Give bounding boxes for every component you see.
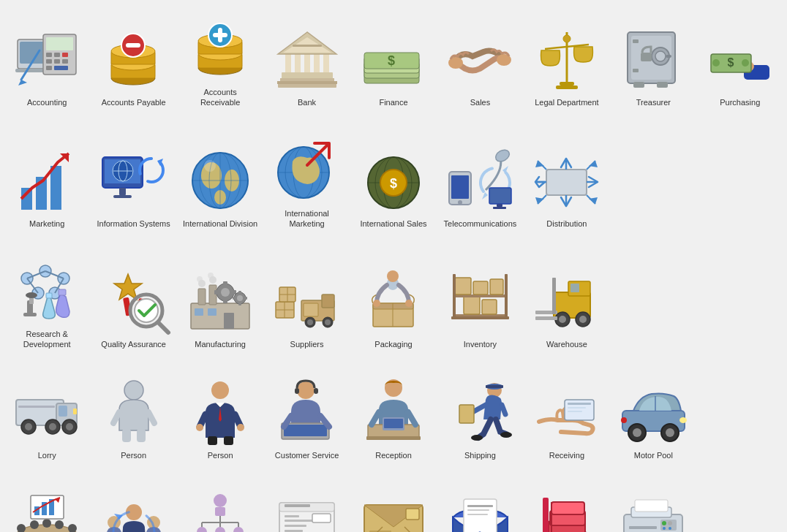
item-quality-assurance[interactable]: Quality Assurance [94, 253, 173, 354]
svg-point-323 [662, 521, 666, 525]
svg-rect-52 [560, 82, 574, 86]
svg-rect-62 [633, 82, 644, 88]
svg-rect-35 [314, 54, 320, 72]
svg-rect-279 [215, 507, 225, 516]
svg-point-219 [49, 423, 56, 430]
item-publications[interactable]: Publications [527, 484, 606, 532]
svg-point-246 [471, 435, 483, 441]
icon-grid: Accounting Accounts Payable [0, 0, 787, 532]
item-personnel-staff[interactable]: Personnel/ Staff [94, 484, 173, 532]
item-intl-sales-label: International Sales [360, 218, 426, 229]
item-sales[interactable]: Sales [440, 11, 519, 112]
item-purchasing[interactable]: $ Purchasing [701, 11, 780, 112]
svg-rect-299 [285, 525, 306, 527]
item-person-silhouette[interactable]: Person [94, 374, 173, 464]
svg-rect-4 [46, 37, 73, 50]
svg-rect-81 [119, 188, 126, 195]
svg-rect-226 [137, 429, 146, 442]
item-person1-label: Person [121, 450, 146, 460]
item-copy-center[interactable]: Copy Center [614, 484, 693, 532]
item-marketing[interactable]: Marketing [7, 132, 86, 233]
svg-point-165 [237, 295, 243, 301]
svg-point-256 [633, 428, 641, 437]
item-international-marketing[interactable]: International Marketing [267, 132, 346, 233]
svg-rect-170 [195, 308, 203, 316]
item-reception[interactable]: Reception [354, 374, 433, 464]
item-manufacturing[interactable]: Manufacturing [181, 253, 260, 354]
item-international-division[interactable]: International Division [181, 132, 260, 233]
item-telecommunications[interactable]: Telecommunications [440, 132, 519, 233]
svg-point-176 [307, 319, 313, 325]
svg-rect-310 [467, 514, 488, 515]
svg-rect-205 [571, 284, 579, 292]
svg-rect-321 [635, 500, 668, 512]
item-research-development[interactable]: Research & Development [7, 253, 86, 354]
item-lorry[interactable]: Lorry [7, 374, 86, 464]
svg-rect-5 [46, 53, 52, 57]
item-international-sales[interactable]: $ International Sales [354, 132, 433, 233]
svg-rect-252 [568, 411, 582, 412]
svg-rect-308 [467, 505, 493, 507]
item-lorry-label: Lorry [38, 450, 56, 460]
item-bank[interactable]: Bank [267, 11, 346, 112]
svg-point-209 [579, 316, 587, 323]
svg-point-229 [196, 424, 203, 431]
item-inventory[interactable]: Inventory [440, 253, 519, 354]
item-mailroom2[interactable]: Mailroom 2 [440, 484, 519, 532]
svg-rect-215 [59, 406, 67, 417]
svg-point-207 [559, 316, 566, 323]
item-shipping[interactable]: Shipping [440, 374, 519, 464]
item-telecom-label: Telecommunications [444, 218, 517, 229]
item-accounts-receivable[interactable]: Accounts Receivable [181, 11, 260, 112]
svg-rect-198 [473, 281, 488, 294]
item-board-of-directors[interactable]: Board of Directors [7, 484, 86, 532]
svg-rect-318 [543, 498, 549, 532]
item-information-systems[interactable]: Information Systems [94, 132, 173, 233]
item-warehouse[interactable]: Warehouse [527, 253, 606, 354]
svg-rect-197 [455, 278, 471, 294]
item-quality-label: Quality Assurance [101, 339, 166, 349]
item-finance[interactable]: $ Finance [354, 11, 433, 112]
item-customer-service[interactable]: Customer Service [267, 374, 346, 464]
item-reception-label: Reception [375, 450, 412, 460]
item-accounts-payable[interactable]: Accounts Payable [94, 11, 173, 112]
svg-rect-162 [214, 290, 219, 294]
item-payroll[interactable]: Payroll [267, 484, 346, 532]
svg-rect-242 [384, 419, 403, 428]
svg-rect-151 [191, 303, 249, 329]
item-packaging[interactable]: Packaging [354, 253, 433, 354]
svg-rect-201 [505, 274, 508, 318]
svg-point-262 [17, 524, 26, 532]
item-motor-pool[interactable]: Motor Pool [614, 374, 693, 464]
svg-point-217 [25, 423, 32, 430]
svg-point-278 [214, 494, 227, 507]
svg-marker-108 [502, 166, 508, 173]
svg-point-326 [669, 527, 671, 530]
item-distribution[interactable]: Distribution [527, 132, 606, 233]
item-management[interactable]: Management [181, 484, 260, 532]
svg-rect-6 [54, 53, 60, 57]
svg-rect-235 [314, 388, 318, 394]
svg-point-69 [742, 59, 749, 66]
item-manufacturing-label: Manufacturing [195, 339, 246, 349]
item-treasurer[interactable]: Treasurer [614, 11, 693, 112]
svg-marker-109 [482, 192, 488, 200]
svg-rect-105 [451, 175, 469, 199]
svg-rect-63 [657, 82, 668, 88]
svg-rect-297 [285, 515, 299, 517]
svg-rect-60 [633, 69, 639, 72]
svg-point-221 [66, 423, 73, 430]
item-mailroom1[interactable]: Mailroom 1 [354, 484, 433, 532]
item-accounts-payable-label: Accounts Payable [102, 97, 166, 107]
svg-rect-37 [280, 78, 334, 81]
svg-rect-248 [459, 405, 474, 423]
item-accounting[interactable]: Accounting [7, 11, 86, 112]
item-legal-department[interactable]: Legal Department [527, 11, 606, 112]
svg-point-324 [668, 521, 672, 525]
item-person-man[interactable]: Person [181, 374, 260, 464]
svg-rect-112 [493, 207, 506, 209]
item-suppliers[interactable]: Suppliers [267, 253, 346, 354]
svg-point-265 [55, 520, 64, 529]
item-receiving[interactable]: Receiving [527, 374, 606, 464]
item-suppliers-label: Suppliers [290, 339, 324, 349]
